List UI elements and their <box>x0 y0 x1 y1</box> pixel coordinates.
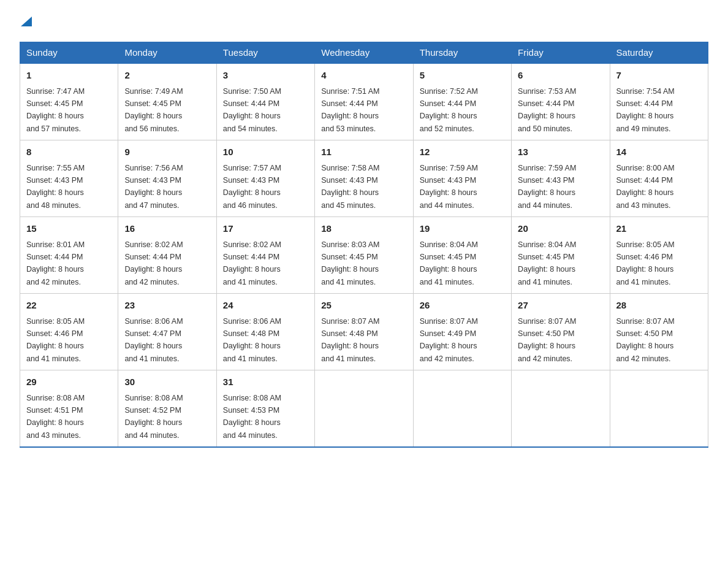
calendar-cell: 7 Sunrise: 7:54 AMSunset: 4:44 PMDayligh… <box>610 63 708 140</box>
day-info: Sunrise: 7:50 AMSunset: 4:44 PMDaylight:… <box>223 87 281 133</box>
day-number: 23 <box>124 299 210 313</box>
calendar-cell: 8 Sunrise: 7:55 AMSunset: 4:43 PMDayligh… <box>20 140 118 217</box>
day-info: Sunrise: 8:07 AMSunset: 4:50 PMDaylight:… <box>518 317 576 363</box>
day-number: 15 <box>26 222 112 236</box>
calendar-cell: 1 Sunrise: 7:47 AMSunset: 4:45 PMDayligh… <box>20 63 118 140</box>
day-number: 5 <box>420 69 505 83</box>
day-number: 18 <box>321 222 406 236</box>
page-header <box>20 15 708 29</box>
header-thursday: Thursday <box>413 42 511 64</box>
svg-marker-0 <box>21 17 32 26</box>
day-info: Sunrise: 7:54 AMSunset: 4:44 PMDaylight:… <box>616 87 675 133</box>
calendar-cell <box>512 370 610 448</box>
week-row-5: 29 Sunrise: 8:08 AMSunset: 4:51 PMDaylig… <box>20 370 708 448</box>
calendar-cell <box>610 370 708 448</box>
calendar-header-row: SundayMondayTuesdayWednesdayThursdayFrid… <box>20 42 708 64</box>
day-info: Sunrise: 8:07 AMSunset: 4:50 PMDaylight:… <box>616 317 675 363</box>
day-number: 22 <box>26 299 112 313</box>
day-info: Sunrise: 8:03 AMSunset: 4:45 PMDaylight:… <box>321 240 379 286</box>
day-info: Sunrise: 7:58 AMSunset: 4:43 PMDaylight:… <box>321 164 379 210</box>
day-number: 30 <box>124 375 210 389</box>
calendar-cell: 14 Sunrise: 8:00 AMSunset: 4:44 PMDaylig… <box>610 140 708 217</box>
day-info: Sunrise: 8:04 AMSunset: 4:45 PMDaylight:… <box>518 240 576 286</box>
calendar-cell: 26 Sunrise: 8:07 AMSunset: 4:49 PMDaylig… <box>413 294 511 370</box>
day-info: Sunrise: 8:05 AMSunset: 4:46 PMDaylight:… <box>26 317 85 363</box>
calendar-cell <box>413 370 511 448</box>
week-row-4: 22 Sunrise: 8:05 AMSunset: 4:46 PMDaylig… <box>20 294 708 370</box>
day-info: Sunrise: 8:04 AMSunset: 4:45 PMDaylight:… <box>420 240 478 286</box>
header-saturday: Saturday <box>610 42 708 64</box>
calendar-table: SundayMondayTuesdayWednesdayThursdayFrid… <box>20 42 708 448</box>
day-number: 7 <box>616 69 702 83</box>
day-number: 25 <box>321 299 406 313</box>
day-info: Sunrise: 7:51 AMSunset: 4:44 PMDaylight:… <box>321 87 379 133</box>
calendar-cell: 25 Sunrise: 8:07 AMSunset: 4:48 PMDaylig… <box>315 294 413 370</box>
calendar-cell: 9 Sunrise: 7:56 AMSunset: 4:43 PMDayligh… <box>118 140 216 217</box>
day-number: 24 <box>223 299 308 313</box>
day-info: Sunrise: 7:59 AMSunset: 4:43 PMDaylight:… <box>420 164 478 210</box>
day-info: Sunrise: 8:02 AMSunset: 4:44 PMDaylight:… <box>124 240 183 286</box>
day-info: Sunrise: 8:08 AMSunset: 4:53 PMDaylight:… <box>223 394 281 440</box>
day-number: 2 <box>124 69 210 83</box>
calendar-cell: 10 Sunrise: 7:57 AMSunset: 4:43 PMDaylig… <box>216 140 314 217</box>
day-number: 29 <box>26 375 112 389</box>
day-info: Sunrise: 7:47 AMSunset: 4:45 PMDaylight:… <box>26 87 85 133</box>
day-number: 16 <box>124 222 210 236</box>
day-info: Sunrise: 8:00 AMSunset: 4:44 PMDaylight:… <box>616 164 675 210</box>
calendar-cell: 30 Sunrise: 8:08 AMSunset: 4:52 PMDaylig… <box>118 370 216 448</box>
calendar-cell: 11 Sunrise: 7:58 AMSunset: 4:43 PMDaylig… <box>315 140 413 217</box>
day-number: 10 <box>223 145 308 159</box>
day-info: Sunrise: 7:59 AMSunset: 4:43 PMDaylight:… <box>518 164 576 210</box>
calendar-cell: 13 Sunrise: 7:59 AMSunset: 4:43 PMDaylig… <box>512 140 610 217</box>
header-tuesday: Tuesday <box>216 42 314 64</box>
day-info: Sunrise: 7:55 AMSunset: 4:43 PMDaylight:… <box>26 164 85 210</box>
calendar-cell: 29 Sunrise: 8:08 AMSunset: 4:51 PMDaylig… <box>20 370 118 448</box>
logo <box>20 15 32 29</box>
day-number: 3 <box>223 69 308 83</box>
calendar-cell: 16 Sunrise: 8:02 AMSunset: 4:44 PMDaylig… <box>118 217 216 294</box>
week-row-2: 8 Sunrise: 7:55 AMSunset: 4:43 PMDayligh… <box>20 140 708 217</box>
day-info: Sunrise: 7:49 AMSunset: 4:45 PMDaylight:… <box>124 87 183 133</box>
day-number: 14 <box>616 145 702 159</box>
day-number: 6 <box>518 69 603 83</box>
calendar-cell: 12 Sunrise: 7:59 AMSunset: 4:43 PMDaylig… <box>413 140 511 217</box>
day-number: 11 <box>321 145 406 159</box>
day-number: 13 <box>518 145 603 159</box>
calendar-cell: 22 Sunrise: 8:05 AMSunset: 4:46 PMDaylig… <box>20 294 118 370</box>
day-info: Sunrise: 8:05 AMSunset: 4:46 PMDaylight:… <box>616 240 675 286</box>
day-number: 19 <box>420 222 505 236</box>
calendar-cell: 15 Sunrise: 8:01 AMSunset: 4:44 PMDaylig… <box>20 217 118 294</box>
day-info: Sunrise: 8:08 AMSunset: 4:51 PMDaylight:… <box>26 394 85 440</box>
calendar-cell <box>315 370 413 448</box>
day-info: Sunrise: 8:01 AMSunset: 4:44 PMDaylight:… <box>26 240 85 286</box>
day-info: Sunrise: 7:53 AMSunset: 4:44 PMDaylight:… <box>518 87 576 133</box>
header-monday: Monday <box>118 42 216 64</box>
calendar-cell: 28 Sunrise: 8:07 AMSunset: 4:50 PMDaylig… <box>610 294 708 370</box>
day-info: Sunrise: 7:52 AMSunset: 4:44 PMDaylight:… <box>420 87 478 133</box>
day-info: Sunrise: 7:56 AMSunset: 4:43 PMDaylight:… <box>124 164 183 210</box>
day-number: 28 <box>616 299 702 313</box>
calendar-cell: 21 Sunrise: 8:05 AMSunset: 4:46 PMDaylig… <box>610 217 708 294</box>
calendar-cell: 2 Sunrise: 7:49 AMSunset: 4:45 PMDayligh… <box>118 63 216 140</box>
day-info: Sunrise: 8:07 AMSunset: 4:48 PMDaylight:… <box>321 317 379 363</box>
day-number: 27 <box>518 299 603 313</box>
calendar-cell: 17 Sunrise: 8:02 AMSunset: 4:44 PMDaylig… <box>216 217 314 294</box>
week-row-1: 1 Sunrise: 7:47 AMSunset: 4:45 PMDayligh… <box>20 63 708 140</box>
calendar-cell: 18 Sunrise: 8:03 AMSunset: 4:45 PMDaylig… <box>315 217 413 294</box>
day-info: Sunrise: 8:06 AMSunset: 4:48 PMDaylight:… <box>223 317 281 363</box>
calendar-cell: 3 Sunrise: 7:50 AMSunset: 4:44 PMDayligh… <box>216 63 314 140</box>
day-number: 31 <box>223 375 308 389</box>
calendar-cell: 27 Sunrise: 8:07 AMSunset: 4:50 PMDaylig… <box>512 294 610 370</box>
day-number: 21 <box>616 222 702 236</box>
header-sunday: Sunday <box>20 42 118 64</box>
day-number: 8 <box>26 145 112 159</box>
day-number: 12 <box>420 145 505 159</box>
day-info: Sunrise: 8:06 AMSunset: 4:47 PMDaylight:… <box>124 317 183 363</box>
day-number: 17 <box>223 222 308 236</box>
calendar-cell: 6 Sunrise: 7:53 AMSunset: 4:44 PMDayligh… <box>512 63 610 140</box>
day-info: Sunrise: 8:07 AMSunset: 4:49 PMDaylight:… <box>420 317 478 363</box>
day-info: Sunrise: 7:57 AMSunset: 4:43 PMDaylight:… <box>223 164 281 210</box>
day-info: Sunrise: 8:08 AMSunset: 4:52 PMDaylight:… <box>124 394 183 440</box>
calendar-cell: 24 Sunrise: 8:06 AMSunset: 4:48 PMDaylig… <box>216 294 314 370</box>
calendar-cell: 20 Sunrise: 8:04 AMSunset: 4:45 PMDaylig… <box>512 217 610 294</box>
